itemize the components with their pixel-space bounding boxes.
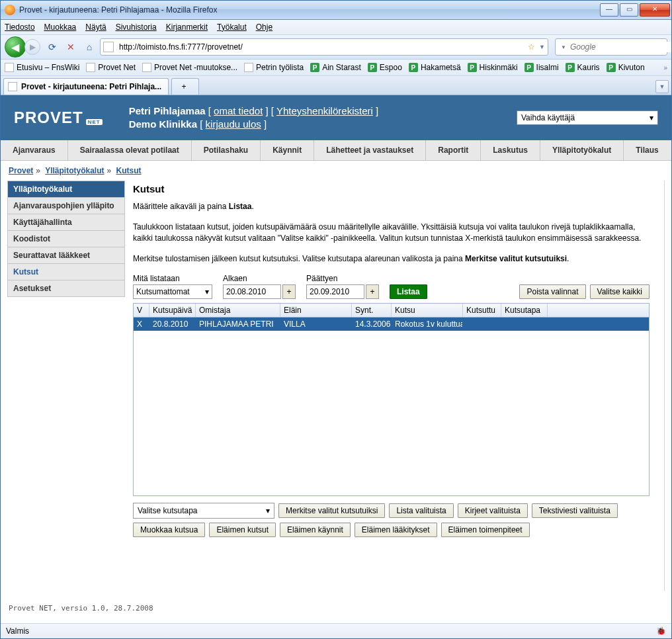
bookmark-item[interactable]: PHakametsä — [409, 63, 461, 72]
sidebar-item-active[interactable]: Kutsut — [8, 263, 124, 280]
user-switch-select[interactable]: Vaihda käyttäjä▾ — [517, 110, 658, 125]
nav-kaynnit[interactable]: Käynnit — [261, 140, 314, 160]
animal-invites-button[interactable]: Eläimen kutsut — [209, 523, 276, 537]
col-v[interactable]: V — [134, 304, 149, 317]
stop-icon[interactable]: ✕ — [63, 39, 79, 55]
search-input[interactable] — [569, 42, 671, 52]
sidebar-item[interactable]: Ajanvarauspohjien ylläpito — [8, 197, 124, 214]
search-box[interactable]: ▼ 🔍 — [555, 38, 667, 56]
list-selected-button[interactable]: Lista valituista — [389, 503, 453, 518]
animal-procedures-button[interactable]: Eläimen toimenpiteet — [441, 523, 530, 537]
page-icon — [8, 82, 17, 91]
menu-history[interactable]: Sivuhistoria — [116, 22, 157, 32]
bookmark-item[interactable]: PKauris — [566, 63, 600, 72]
animal-meds-button[interactable]: Eläimen lääkitykset — [355, 523, 437, 537]
col-tapa[interactable]: Kutsutapa — [501, 304, 548, 317]
forward-button[interactable]: ▶ — [24, 39, 40, 55]
col-animal[interactable]: Eläin — [280, 304, 352, 317]
letters-selected-button[interactable]: Kirjeet valituista — [458, 503, 528, 518]
bookmark-item[interactable]: PHiskinmäki — [468, 63, 518, 72]
from-date-input[interactable]: 20.08.2010 — [223, 284, 281, 299]
sidebar-item[interactable]: Asetukset — [8, 280, 124, 296]
nav-sairaala[interactable]: Sairaalassa olevat potilaat — [68, 140, 192, 160]
crumb-home[interactable]: Provet — [9, 166, 33, 175]
menu-tools[interactable]: Työkalut — [217, 22, 247, 32]
menu-bookmarks[interactable]: Kirjanmerkit — [166, 22, 208, 32]
sidebar-item[interactable]: Käyttäjähallinta — [8, 214, 124, 230]
brand-logo: PROVETNET — [14, 108, 103, 127]
to-date-picker-icon[interactable]: + — [366, 284, 379, 299]
menu-help[interactable]: Ohje — [256, 22, 273, 32]
reload-icon[interactable]: ⟳ — [44, 39, 60, 55]
p-icon: P — [566, 63, 575, 72]
sms-selected-button[interactable]: Tekstiviesti valituista — [532, 503, 618, 518]
nav-potilashaku[interactable]: Potilashaku — [192, 140, 261, 160]
new-tab-button[interactable]: + — [171, 78, 199, 95]
nav-tilaus[interactable]: Tilaus — [624, 140, 670, 160]
col-kutsuttu[interactable]: Kutsuttu — [463, 304, 501, 317]
firebug-icon[interactable]: 🐞 — [656, 626, 666, 636]
bookmark-item[interactable]: Provet Net -muutokse... — [142, 63, 237, 72]
bookmarks-overflow-icon[interactable]: » — [663, 64, 667, 71]
to-date-input[interactable]: 20.09.2010 — [306, 284, 364, 299]
nav-lahetteet[interactable]: Lähetteet ja vastaukset — [314, 140, 426, 160]
bookmark-item[interactable]: Petrin työlista — [244, 63, 304, 72]
nav-yllapito[interactable]: Ylläpitotyökalut — [540, 140, 624, 160]
edit-invite-button[interactable]: Muokkaa kutsua — [133, 523, 205, 537]
clear-selection-button[interactable]: Poista valinnat — [519, 284, 585, 299]
bookmarks-bar: Etusivu – FnsWiki Provet Net Provet Net … — [1, 60, 671, 76]
menu-file[interactable]: Tiedosto — [5, 22, 35, 32]
crumb-section[interactable]: Ylläpitotyökalut — [45, 166, 104, 175]
animal-visits-button[interactable]: Eläimen käynnit — [280, 523, 351, 537]
bookmark-item[interactable]: PKivuton — [607, 63, 645, 72]
crumb-page[interactable]: Kutsut — [116, 166, 142, 175]
mark-invited-button[interactable]: Merkitse valitut kutsutuiksi — [278, 503, 385, 518]
bookmark-item[interactable]: Provet Net — [86, 63, 136, 72]
browser-tab[interactable]: Provet - kirjautuneena: Petri Pihlaja... — [3, 78, 169, 95]
sidebar-item[interactable]: Koodistot — [8, 230, 124, 247]
action-row-2: Muokkaa kutsua Eläimen kutsut Eläimen kä… — [133, 523, 650, 537]
kutsutapa-select[interactable]: Valitse kutsutapa▾ — [133, 503, 274, 519]
sidebar-item[interactable]: Seurattavat lääkkeet — [8, 247, 124, 263]
menu-edit[interactable]: Muokkaa — [44, 22, 77, 32]
bookmark-item[interactable]: PAin Starast — [310, 63, 361, 72]
bookmark-item[interactable]: PEspoo — [368, 63, 402, 72]
list-button[interactable]: Listaa — [390, 284, 427, 299]
list-filter-select[interactable]: Kutsumattomat▾ — [133, 284, 212, 299]
dropdown-icon[interactable]: ▼ — [539, 44, 545, 50]
page-icon — [5, 63, 14, 72]
back-button[interactable]: ◀ — [5, 36, 26, 58]
cell-animal: VILLA — [280, 318, 352, 331]
firefox-icon — [5, 5, 15, 15]
nav-laskutus[interactable]: Laskutus — [481, 140, 540, 160]
home-icon[interactable]: ⌂ — [81, 39, 97, 55]
tabs-menu-icon[interactable]: ▼ — [655, 80, 669, 93]
menu-view[interactable]: Näytä — [85, 22, 106, 32]
table-row[interactable]: X 20.8.2010 PIHLAJAMAA PETRI VILLA 14.3.… — [134, 318, 649, 331]
cell-date: 20.8.2010 — [149, 318, 196, 331]
url-bar[interactable]: ☆ ▼ — [100, 38, 548, 56]
bookmark-label: Hakametsä — [421, 63, 461, 72]
link-own-info[interactable]: omat tiedot — [214, 105, 263, 116]
col-date[interactable]: Kutsupäivä — [149, 304, 196, 317]
col-birth[interactable]: Synt. — [352, 304, 392, 317]
select-all-button[interactable]: Valitse kaikki — [590, 284, 650, 299]
bookmark-item[interactable]: Etusivu – FnsWiki — [5, 63, 79, 72]
star-icon[interactable]: ☆ — [528, 42, 535, 52]
bookmark-item[interactable]: PIisalmi — [525, 63, 559, 72]
close-button[interactable]: ✕ — [640, 3, 670, 17]
link-logout[interactable]: kirjaudu ulos — [206, 118, 261, 130]
col-owner[interactable]: Omistaja — [196, 304, 280, 317]
bookmark-label: Ain Starast — [322, 63, 361, 72]
minimize-button[interactable]: — — [600, 3, 618, 17]
search-dropdown-icon[interactable]: ▼ — [561, 44, 566, 50]
from-date-picker-icon[interactable]: + — [282, 284, 296, 299]
data-grid: V Kutsupäivä Omistaja Eläin Synt. Kutsu … — [133, 303, 650, 496]
nav-raportit[interactable]: Raportit — [426, 140, 481, 160]
url-input[interactable] — [118, 42, 524, 52]
nav-ajanvaraus[interactable]: Ajanvaraus — [1, 140, 68, 160]
maximize-button[interactable]: ▭ — [620, 3, 638, 17]
link-contacts[interactable]: Yhteyshenkilörekisteri — [276, 105, 373, 116]
col-kutsu[interactable]: Kutsu — [392, 304, 463, 317]
bookmark-label: Petrin työlista — [256, 63, 304, 72]
